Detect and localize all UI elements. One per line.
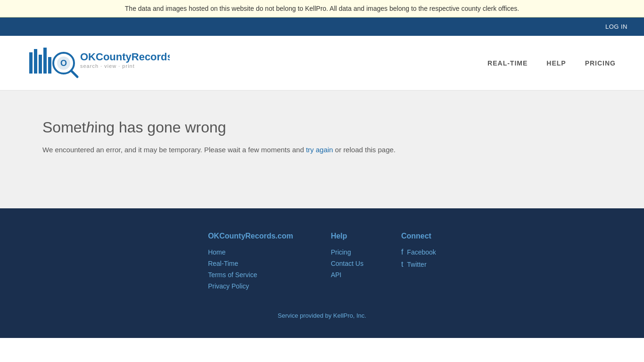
footer-col-site: OKCountyRecords.com Home Real-Time Terms… <box>208 232 293 293</box>
credit-text: Service provided by KellPro, Inc. <box>278 312 366 319</box>
footer-tos-link[interactable]: Terms of Service <box>208 271 257 279</box>
main-nav: REAL-TIME HELP PRICING <box>487 59 616 67</box>
footer-contact-link[interactable]: Contact Us <box>331 260 363 267</box>
footer-columns: OKCountyRecords.com Home Real-Time Terms… <box>110 232 534 293</box>
svg-text:O: O <box>60 58 67 68</box>
login-link[interactable]: LOG IN <box>598 17 635 36</box>
twitter-item: t Twitter <box>401 260 436 269</box>
footer-home-link[interactable]: Home <box>208 248 225 256</box>
list-item: Real-Time <box>208 259 293 268</box>
footer-privacy-link[interactable]: Privacy Policy <box>208 282 249 290</box>
nav-help[interactable]: HELP <box>546 59 566 67</box>
svg-rect-0 <box>29 52 33 74</box>
svg-line-8 <box>71 71 77 77</box>
svg-text:OKCountyRecords: OKCountyRecords <box>80 51 170 63</box>
facebook-link[interactable]: Facebook <box>407 248 436 256</box>
list-item: Terms of Service <box>208 271 293 279</box>
list-item: API <box>331 271 363 279</box>
footer-col3-title: Connect <box>401 232 436 240</box>
error-title-prefix: Somet <box>42 119 86 136</box>
list-item: Pricing <box>331 248 363 256</box>
try-again-link[interactable]: try again <box>306 146 333 154</box>
facebook-icon: f <box>401 248 403 256</box>
svg-rect-2 <box>39 55 42 74</box>
svg-rect-3 <box>43 48 47 74</box>
list-item: Privacy Policy <box>208 282 293 290</box>
footer-col1-list: Home Real-Time Terms of Service Privacy … <box>208 248 293 290</box>
top-nav-bar: LOG IN <box>0 17 644 36</box>
footer-col2-title: Help <box>331 232 363 240</box>
facebook-item: f Facebook <box>401 248 436 256</box>
svg-text:search · view · print: search · view · print <box>80 63 135 69</box>
svg-rect-4 <box>48 57 51 74</box>
header: O OKCountyRecords .com search · view · p… <box>0 36 644 90</box>
footer-col2-list: Pricing Contact Us API <box>331 248 363 279</box>
footer-col-help: Help Pricing Contact Us API <box>331 232 363 293</box>
footer-pricing-link[interactable]: Pricing <box>331 248 351 256</box>
footer-col-connect: Connect f Facebook t Twitter <box>401 232 436 293</box>
error-body-suffix: or reload this page. <box>333 146 396 154</box>
error-body-prefix: We encountered an error, and it may be t… <box>42 146 306 154</box>
site-logo: O OKCountyRecords .com search · view · p… <box>28 45 170 81</box>
nav-realtime[interactable]: REAL-TIME <box>487 59 528 67</box>
footer: OKCountyRecords.com Home Real-Time Terms… <box>0 208 644 338</box>
twitter-icon: t <box>401 260 403 269</box>
footer-col1-title: OKCountyRecords.com <box>208 232 293 240</box>
logo-container: O OKCountyRecords .com search · view · p… <box>28 45 170 81</box>
error-title: Something has gone wrong <box>42 119 602 136</box>
error-message: We encountered an error, and it may be t… <box>42 146 602 154</box>
list-item: Contact Us <box>331 259 363 268</box>
nav-pricing[interactable]: PRICING <box>585 59 616 67</box>
svg-rect-1 <box>34 49 37 74</box>
top-banner: The data and images hosted on this websi… <box>0 0 644 17</box>
error-title-highlight: h <box>86 119 94 136</box>
twitter-link[interactable]: Twitter <box>407 261 426 268</box>
banner-text: The data and images hosted on this websi… <box>125 5 519 12</box>
footer-realtime-link[interactable]: Real-Time <box>208 260 238 267</box>
footer-api-link[interactable]: API <box>331 271 342 279</box>
list-item: Home <box>208 248 293 256</box>
main-content: Something has gone wrong We encountered … <box>0 90 644 208</box>
footer-credit: Service provided by KellPro, Inc. <box>278 312 366 319</box>
error-title-suffix: ing has gone wrong <box>94 119 226 136</box>
